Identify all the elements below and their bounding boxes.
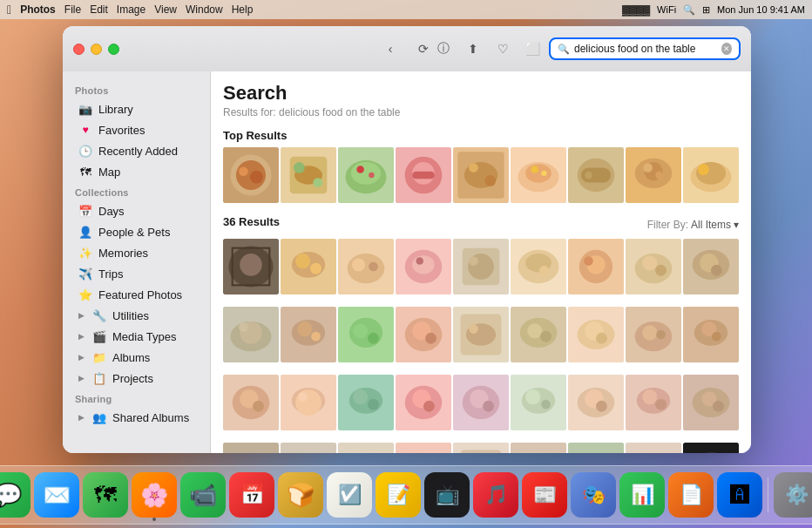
table-row[interactable] [511,375,566,430]
dock-appstore[interactable]: 🅰 [717,472,762,518]
sidebar-item-featured[interactable]: ⭐ Featured Photos [66,284,206,305]
menu-edit[interactable]: Edit [90,3,108,16]
table-row[interactable] [568,239,624,294]
sidebar-item-map[interactable]: 🗺 Map [66,161,206,182]
sidebar-item-library[interactable]: 📷 Library [66,98,206,119]
table-row[interactable] [453,375,509,430]
dock-calendar[interactable]: 📅 [229,472,274,518]
table-row[interactable] [396,307,451,362]
table-row[interactable] [223,307,279,362]
table-row[interactable] [453,147,509,203]
sidebar-item-shared-albums[interactable]: ▶ 👥 Shared Albums [66,407,206,428]
menu-view[interactable]: View [154,3,177,16]
sidebar-item-days[interactable]: 📅 Days [66,200,206,221]
table-row[interactable] [626,147,681,203]
projects-icon: 📋 [92,371,106,385]
sidebar-item-favorites[interactable]: ♥ Favorites [66,119,206,140]
search-clear-button[interactable]: ✕ [721,43,732,55]
search-input[interactable] [574,43,717,55]
back-button[interactable]: ‹ [379,37,402,60]
menu-image[interactable]: Image [117,3,145,16]
table-row[interactable] [223,443,279,453]
dock-notes[interactable]: 📝 [376,472,421,518]
minimize-button[interactable] [91,44,102,55]
table-row[interactable] [281,147,336,203]
dock-reminders[interactable]: ☑️ [327,472,372,518]
favorite-button[interactable]: ♡ [490,36,516,62]
sidebar-item-utilities[interactable]: ▶ 🔧 Utilities [66,305,206,326]
fullscreen-button[interactable] [108,44,119,55]
sidebar-item-memories[interactable]: ✨ Memories [66,242,206,263]
table-row[interactable] [396,147,451,203]
table-row[interactable] [453,307,509,362]
table-row[interactable] [396,443,451,453]
filter-button[interactable]: Filter By: All Items ▾ [647,219,739,231]
dock-syspreferences[interactable]: ⚙️ [774,472,812,518]
sidebar-item-recently-added[interactable]: 🕒 Recently Added [66,140,206,161]
sidebar-item-albums[interactable]: ▶ 📁 Albums [66,347,206,368]
table-row[interactable] [568,147,624,203]
table-row[interactable] [223,375,279,430]
dock-mail[interactable]: ✉️ [34,472,79,518]
close-button[interactable] [73,44,85,55]
dock-keynote[interactable]: 🎭 [571,472,616,518]
table-row[interactable] [396,239,451,294]
dock-maps[interactable]: 🗺 [83,472,128,518]
table-row[interactable] [626,375,681,430]
table-row[interactable] [281,307,336,362]
table-row[interactable] [338,443,394,453]
table-row[interactable] [396,375,451,430]
info-button[interactable]: ⓘ [430,36,457,62]
table-row[interactable] [568,443,624,453]
svg-point-32 [585,172,592,179]
crop-button[interactable]: ⬜ [519,36,545,62]
sidebar-item-projects[interactable]: ▶ 📋 Projects [66,368,206,389]
table-row[interactable] [338,307,394,362]
table-row[interactable] [511,443,566,453]
control-center-icon[interactable]: ⊞ [702,4,710,16]
dock-news[interactable]: 📰 [522,472,567,518]
table-row[interactable] [453,239,509,294]
table-row[interactable] [511,239,566,294]
table-row[interactable] [568,307,624,362]
table-row[interactable] [626,239,681,294]
table-row[interactable] [223,239,279,294]
menu-file[interactable]: File [64,3,81,16]
dock-messages[interactable]: 💬 [0,472,30,518]
app-menu-photos[interactable]: Photos [20,3,56,16]
dock-pages[interactable]: 📄 [668,472,714,518]
dock-appletv[interactable]: 📺 [424,472,470,518]
table-row[interactable] [683,307,739,362]
menu-help[interactable]: Help [232,3,254,16]
table-row[interactable] [683,147,739,203]
table-row[interactable] [683,239,739,294]
table-row[interactable] [281,375,336,430]
table-row[interactable] [338,239,394,294]
table-row[interactable] [568,375,624,430]
menu-window[interactable]: Window [186,3,223,16]
dock-facetime[interactable]: 📹 [180,472,226,518]
table-row[interactable] [453,443,509,453]
dock-bread[interactable]: 🍞 [278,472,323,518]
table-row[interactable] [338,147,394,203]
table-row[interactable] [683,375,739,430]
apple-menu[interactable]:  [7,3,11,17]
table-row[interactable] [338,375,394,430]
dock-music[interactable]: 🎵 [473,472,518,518]
share-button[interactable]: ⬆ [460,36,486,62]
table-row[interactable] [281,239,336,294]
dock-numbers[interactable]: 📊 [619,472,665,518]
table-row[interactable] [626,443,681,453]
table-row[interactable] [683,443,739,453]
photo-area[interactable]: Search Results for: delicious food on th… [211,71,751,453]
sidebar-item-media-types[interactable]: ▶ 🎬 Media Types [66,326,206,347]
table-row[interactable] [223,147,279,203]
sidebar-item-trips[interactable]: ✈️ Trips [66,263,206,284]
dock-photos[interactable]: 🌸 [132,472,177,518]
table-row[interactable] [626,307,681,362]
table-row[interactable] [281,443,336,453]
search-menubar-icon[interactable]: 🔍 [683,4,695,16]
table-row[interactable] [511,307,566,362]
table-row[interactable] [511,147,566,203]
sidebar-item-people-pets[interactable]: 👤 People & Pets [66,221,206,242]
